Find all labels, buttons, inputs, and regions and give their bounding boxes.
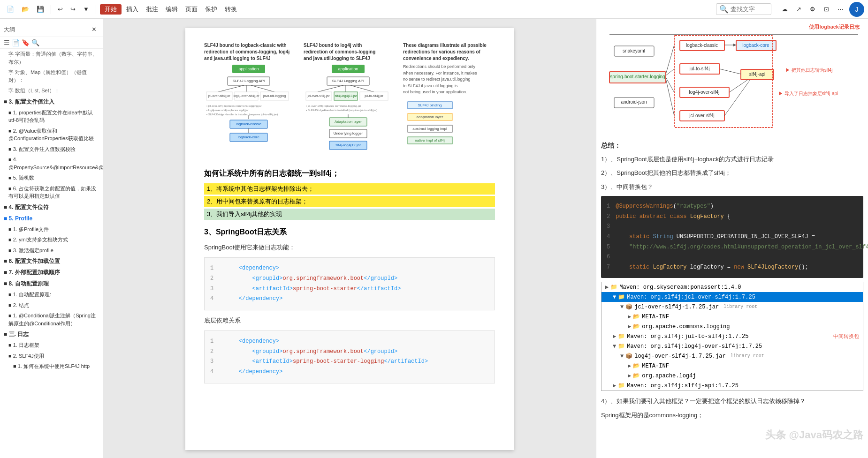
search-icon: 🔍 xyxy=(719,5,729,14)
outline-item-16[interactable]: ■ 7. 外部配置加载顺序 xyxy=(0,267,103,278)
tree-note: 中间转换包 xyxy=(833,333,859,340)
summary-item-1: 1）、SpringBoot底层也是使用slf4j+logback的方式进行日志记… xyxy=(601,154,863,165)
maven-tree-item-9[interactable]: ▶ 📂 org.apache.log4j xyxy=(602,371,863,381)
outline-item-profile[interactable]: ■ 5. Profile xyxy=(0,213,103,224)
toolbar-btn-dropdown[interactable]: ▼ xyxy=(80,5,92,14)
maven-tree-item-8[interactable]: ▶ 📂 META-INF xyxy=(602,361,863,371)
maven-tree-item-2[interactable]: ▼ 📦 jcl-over-slf4j-1.7.25.jar library ro… xyxy=(602,302,863,312)
outline-item-0[interactable]: 字 字面量：普通的值（数字、字符串、布尔） xyxy=(0,49,103,67)
outline-item-24[interactable]: ■ 1. 如何在系统中使用SLF4J http xyxy=(0,361,103,372)
outline-item-15[interactable]: ■ 6. 配置文件加载位置 xyxy=(0,255,103,267)
folder-icon-4: 📂 xyxy=(633,323,640,330)
toolbar-btn-share[interactable]: ↗ xyxy=(793,5,804,14)
maven-tree-item-4[interactable]: ▶ 📂 org.apache.commons.logging xyxy=(602,322,863,331)
maven-badge-2: library root xyxy=(723,304,757,309)
maven-tree-item-0[interactable]: ▶ 📁 Maven: org.skyscream:ponassert:1.4.0 xyxy=(602,282,863,292)
svg-text:jcl-over-slf4j: jcl-over-slf4j xyxy=(689,113,714,118)
svg-text:logback-classic: logback-classic xyxy=(236,122,261,126)
svg-text:Adaptation layer: Adaptation layer xyxy=(335,120,362,124)
summary-title: 总结： xyxy=(601,142,863,150)
toolbar-btn-open[interactable]: 📂 xyxy=(19,5,32,14)
toolbar-btn-new[interactable]: 📄 xyxy=(4,5,17,14)
svg-text:slf4j-log4j12.jar: slf4j-log4j12.jar xyxy=(335,94,357,98)
outline-item-5[interactable]: ■ 2. @Value获取值和@ConfigurationProperties获… xyxy=(0,126,103,144)
outline-item-1[interactable]: 字 对象、Map（属性和值）（键值对）： xyxy=(0,67,103,85)
outline-item-13[interactable]: ■ 2. yml支持多文档块方式 xyxy=(0,234,103,245)
svg-text:adaptation layer: adaptation layer xyxy=(417,115,443,119)
maven-label-0: Maven: org.skyscream:ponassert:1.4.0 xyxy=(619,284,741,291)
sidebar-icon-page[interactable]: 📄 xyxy=(12,39,20,46)
maven-tree-item-3[interactable]: ▶ 📂 META-INF xyxy=(602,312,863,322)
outline-item-17[interactable]: ■ 8. 自动配置原理 xyxy=(0,278,103,289)
outline-item-23[interactable]: ■ 2. SLF4J使用 xyxy=(0,351,103,361)
toolbar-btn-settings[interactable]: ⚙ xyxy=(807,5,818,14)
toolbar-btn-resize[interactable]: ⊡ xyxy=(821,5,832,14)
rcode-line-6: 6 xyxy=(607,252,858,263)
svg-text:snakeyaml: snakeyaml xyxy=(623,48,645,53)
toolbar-btn-save[interactable]: 💾 xyxy=(34,5,47,14)
maven-tree-item-7[interactable]: ▼ 📦 log4j-over-slf4j-1.7.25.jar library … xyxy=(602,351,863,361)
outline-item-21[interactable]: ■ 三. 日志 xyxy=(0,329,103,340)
expand-icon-6: ▼ xyxy=(613,343,616,350)
toolbar-btn-redo[interactable]: ↪ xyxy=(68,5,78,14)
maven-label-5: Maven: org.slf4j:jul-to-slf4j:1.7.25 xyxy=(627,333,748,340)
svg-line-28 xyxy=(350,85,374,92)
expand-icon-1: ▼ xyxy=(613,294,616,300)
maven-tree-item-5[interactable]: ▶ 📁 Maven: org.slf4j:jul-to-slf4j:1.7.25… xyxy=(602,331,863,341)
right-panel: 使用logback记录日志 snakeyaml spring-boot-star… xyxy=(596,19,868,458)
expand-icon-3: ▶ xyxy=(628,313,631,320)
sidebar-icon-search[interactable]: 🔍 xyxy=(31,39,39,46)
outline-item-9[interactable]: ■ 6. 占位符获取之前配置的值，如果没有可以是用指定默认值 xyxy=(0,183,103,202)
outline-item-2[interactable]: 字 数组（List, Set）： xyxy=(0,85,103,96)
diagram-left: SLF4J bound to logback-classic withredir… xyxy=(204,42,296,159)
toolbar-btn-insert[interactable]: 插入 xyxy=(123,4,141,15)
outline-item-10[interactable]: ■ 4. 配置文件位符 xyxy=(0,202,103,213)
sidebar-icon-outline[interactable]: ☰ xyxy=(4,39,10,46)
toolbar-btn-undo[interactable]: ↩ xyxy=(55,5,66,14)
toolbar-btn-protect[interactable]: 保护 xyxy=(202,4,220,15)
bottom-text: 4）、如果我们要引入其他框架？一定要把这个框架的默认日志依赖移除掉？ xyxy=(601,396,863,406)
svg-text:log4j-over-slf4j: log4j-over-slf4j xyxy=(689,90,719,95)
folder-icon-1: 📁 xyxy=(618,293,625,300)
spring-text: Spring框架用的是commons-logging； xyxy=(601,410,863,420)
expand-icon-8: ▶ xyxy=(628,362,631,369)
outline-item-6[interactable]: ■ 3. 配置文件注入值数据校验 xyxy=(0,144,103,155)
slf4j-diagrams: SLF4J bound to logback-classic withredir… xyxy=(204,42,495,159)
outline-item-8[interactable]: ■ 5. 随机数 xyxy=(0,173,103,183)
maven-tree-item-6[interactable]: ▼ 📁 Maven: org.slf4j:log4j-over-slf4j:1.… xyxy=(602,341,863,351)
outline-item-12[interactable]: ■ 1. 多Profile文件 xyxy=(0,224,103,235)
code-line-23: 3 <artifactId>spring-boot-starter-loggin… xyxy=(210,357,489,367)
outline-item-7[interactable]: ■ 4. @PropertySource&@ImportResource&@Be… xyxy=(0,154,103,173)
outline-item-14[interactable]: ■ 3. 激活指定profile xyxy=(0,245,103,256)
toolbar-btn-convert[interactable]: 转换 xyxy=(222,4,240,15)
toolbar-btn-edit[interactable]: 编辑 xyxy=(163,4,181,15)
sidebar-title: 大纲 xyxy=(4,26,15,34)
toolbar-btn-more[interactable]: ⋯ xyxy=(835,5,846,14)
svg-text:Underlying logger: Underlying logger xyxy=(334,131,363,135)
maven-tree-item-10[interactable]: ▶ 📁 Maven: org.slf4j:slf4j-api:1.7.25 xyxy=(602,381,863,390)
bottom-dep-label: 底层依赖关系 xyxy=(204,315,495,326)
outline-item-4[interactable]: ■ 1. properties配置文件在idea中默认utf-8可能会乱码 xyxy=(0,107,103,126)
maven-tree-item-1[interactable]: ▼ 📁 Maven: org.slf4j:jcl-over-slf4j:1.7.… xyxy=(602,292,863,302)
outline-item-18[interactable]: ■ 1. 自动配置原理: xyxy=(0,289,103,300)
svg-text:application: application xyxy=(238,67,259,71)
folder-icon-6: 📁 xyxy=(618,343,625,350)
diagram-left-svg: application SLF4J Logging API jcl-over-s… xyxy=(204,64,293,158)
outline-item-19[interactable]: ■ 2. 结点 xyxy=(0,300,103,311)
outline-item-22[interactable]: ■ 1. 日志框架 xyxy=(0,340,103,351)
toolbar-btn-start[interactable]: 开始 xyxy=(100,4,122,15)
sidebar-icon-bookmark[interactable]: 🔖 xyxy=(22,39,30,46)
search-box[interactable]: 🔍 xyxy=(716,3,771,15)
toolbar-btn-annotate[interactable]: 批注 xyxy=(143,4,161,15)
toolbar-btn-cloud[interactable]: ☁ xyxy=(779,5,791,14)
outline-item-20[interactable]: ■ 1. @Conditional派生注解（Spring注解原生的@Condit… xyxy=(0,310,103,329)
maven-label-9: org.apache.log4j xyxy=(642,373,696,379)
search-input[interactable] xyxy=(731,6,768,13)
svg-text:logback-classic: logback-classic xyxy=(686,43,718,48)
outline-item-3[interactable]: ■ 3. 配置文件值注入 xyxy=(0,96,103,107)
folder-icon-8: 📂 xyxy=(633,362,640,369)
svg-text:▶ 把其他日志转为slf4j: ▶ 把其他日志转为slf4j xyxy=(785,68,833,73)
maven-label-2: jcl-over-slf4j-1.7.25.jar xyxy=(634,304,719,310)
sidebar-close-btn[interactable]: × xyxy=(89,24,99,35)
toolbar-btn-page[interactable]: 页面 xyxy=(183,4,200,15)
